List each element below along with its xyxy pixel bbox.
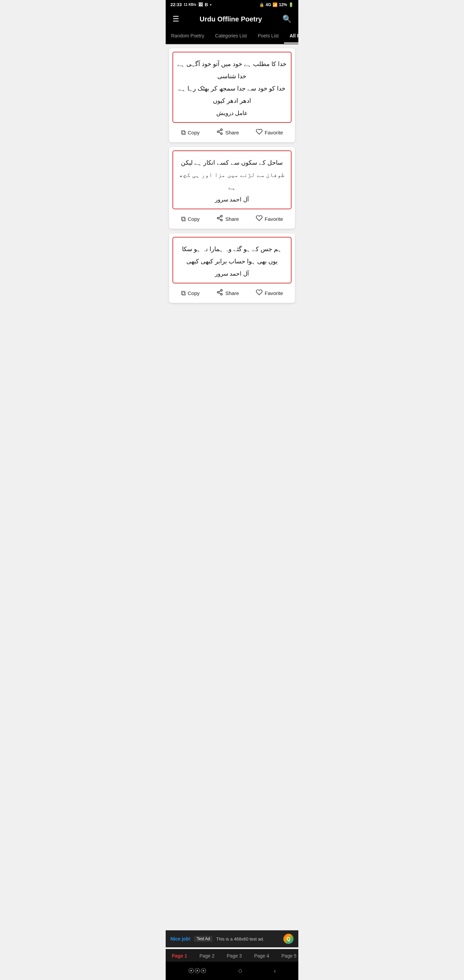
signal-icon: 📶	[272, 2, 278, 7]
favorite-button-2[interactable]: Favorite	[253, 213, 286, 224]
favorite-button-1[interactable]: Favorite	[253, 127, 286, 138]
android-recent-button[interactable]: ⦿⦿⦿	[187, 966, 208, 976]
svg-point-11	[218, 292, 219, 293]
svg-point-5	[221, 215, 222, 217]
poem-1-poet: عامل درویش	[177, 110, 287, 117]
heart-icon-3	[256, 289, 262, 298]
notification-icon: B	[205, 2, 208, 7]
svg-line-13	[219, 293, 221, 294]
copy-icon-1: ⧉	[181, 129, 186, 137]
tab-bar: Random Poetry Categories List Poets List…	[166, 29, 298, 44]
ad-logo: Q	[283, 934, 294, 944]
ad-nice-label: Nice job!	[170, 936, 191, 942]
time: 22:33	[170, 2, 182, 7]
heart-icon-2	[256, 215, 262, 223]
android-back-button[interactable]: ‹	[272, 966, 277, 976]
status-left: 22:33 11 KB/s 🖼 B •	[170, 2, 211, 7]
share-button-2[interactable]: Share	[214, 213, 242, 224]
status-right: 🔒 4G 📶 12% 🔋	[259, 2, 294, 7]
menu-button[interactable]: ☰	[171, 13, 181, 25]
share-label-3: Share	[225, 290, 239, 296]
poetry-card-3: ہم جس کے ہو گئے وہ ہمارا نہ ہو سکا یوں ب…	[169, 234, 295, 303]
heart-icon-1	[256, 128, 262, 137]
svg-point-12	[221, 293, 222, 295]
dot-indicator: •	[210, 2, 211, 7]
svg-point-1	[218, 131, 219, 133]
network-type: 4G	[266, 2, 271, 7]
copy-label-1: Copy	[188, 130, 200, 135]
tab-all-poetry[interactable]: All Poetry	[284, 29, 298, 43]
poetry-box-1: خدا کا مطلب ہے خود میں آتو خود آگہی ہے خ…	[172, 52, 292, 123]
favorite-button-3[interactable]: Favorite	[253, 288, 286, 299]
share-label-1: Share	[225, 130, 239, 135]
battery-level: 12%	[279, 2, 287, 7]
copy-icon-2: ⧉	[181, 215, 186, 223]
svg-line-8	[219, 218, 221, 220]
svg-point-6	[218, 218, 219, 219]
status-bar: 22:33 11 KB/s 🖼 B • 🔒 4G 📶 12% 🔋	[166, 0, 298, 9]
action-bar-1: ⧉ Copy Share Favorite	[169, 123, 295, 142]
ad-banner: Nice job! Test Ad This is a 468x60 test …	[166, 930, 298, 947]
poetry-card-1: خدا کا مطلب ہے خود میں آتو خود آگہی ہے خ…	[169, 48, 295, 142]
copy-icon-3: ⧉	[181, 289, 186, 297]
poetry-box-2: ساحل کے سکوں سے کسے انکار ہے لیکن طوفان …	[172, 150, 292, 209]
poem-3-line1: ہم جس کے ہو گئے وہ ہمارا نہ ہو سکا	[177, 243, 287, 255]
svg-line-14	[219, 291, 221, 292]
tab-poets[interactable]: Poets List	[253, 29, 284, 43]
action-bar-3: ⧉ Copy Share Favorite	[169, 283, 295, 303]
lock-icon: 🔒	[259, 2, 264, 7]
poem-3-line2: یوں بھی ہوا حساب برابر کبھی کبھی	[177, 255, 287, 267]
share-button-3[interactable]: Share	[214, 288, 242, 299]
svg-point-10	[221, 290, 222, 291]
battery-icon: 🔋	[288, 2, 294, 7]
favorite-label-3: Favorite	[265, 290, 283, 296]
poem-3-poet: آل احمد سرور	[177, 270, 287, 277]
copy-label-3: Copy	[188, 290, 200, 296]
poem-1-line1: خدا کا مطلب ہے خود میں آتو خود آگہی ہے خ…	[177, 58, 287, 82]
tab-random[interactable]: Random Poetry	[166, 29, 210, 43]
share-icon-3	[216, 289, 223, 298]
tab-categories[interactable]: Categories List	[210, 29, 252, 43]
data-speed: 11 KB/s	[184, 3, 196, 6]
share-icon-1	[216, 128, 223, 137]
search-button[interactable]: 🔍	[281, 13, 293, 25]
svg-line-4	[219, 130, 221, 131]
poem-2-line1: ساحل کے سکوں سے کسے انکار ہے لیکن	[177, 156, 287, 169]
svg-point-2	[221, 133, 222, 134]
svg-point-0	[221, 129, 222, 130]
poetry-card-2: ساحل کے سکوں سے کسے انکار ہے لیکن طوفان …	[169, 147, 295, 229]
poem-1-line2: خدا کو خود سے جدا سمجھ کر بھٹک رہا ہے اد…	[177, 82, 287, 107]
ad-description: This is a 468x60 test ad.	[216, 937, 280, 942]
favorite-label-1: Favorite	[265, 130, 283, 135]
svg-line-3	[219, 132, 221, 133]
share-icon-2	[216, 215, 223, 223]
app-bar: ☰ Urdu Offline Poetry 🔍	[166, 9, 298, 29]
poem-2-line2: طوفان سے لڑنے میں مزا اور ہی کچھ ہے	[177, 169, 287, 193]
ad-badge: Test Ad	[194, 936, 213, 942]
poetry-list: خدا کا مطلب ہے خود میں آتو خود آگہی ہے خ…	[166, 44, 298, 353]
favorite-label-2: Favorite	[265, 216, 283, 222]
share-button-1[interactable]: Share	[214, 127, 242, 138]
copy-button-2[interactable]: ⧉ Copy	[178, 214, 202, 224]
svg-point-7	[221, 219, 222, 221]
svg-line-9	[219, 216, 221, 218]
share-label-2: Share	[225, 216, 239, 222]
android-home-button[interactable]: ○	[237, 965, 243, 977]
gallery-icon: 🖼	[198, 2, 203, 7]
copy-button-3[interactable]: ⧉ Copy	[178, 288, 202, 298]
poem-2-poet: آل احمد سرور	[177, 196, 287, 203]
app-title: Urdu Offline Poetry	[200, 15, 262, 23]
action-bar-2: ⧉ Copy Share Favorite	[169, 209, 295, 229]
copy-label-2: Copy	[188, 216, 200, 222]
menu-icon: ☰	[172, 14, 179, 23]
android-nav: ⦿⦿⦿ ○ ‹	[166, 962, 298, 980]
copy-button-1[interactable]: ⧉ Copy	[178, 127, 202, 138]
search-icon: 🔍	[282, 14, 292, 23]
poetry-box-3: ہم جس کے ہو گئے وہ ہمارا نہ ہو سکا یوں ب…	[172, 237, 292, 283]
